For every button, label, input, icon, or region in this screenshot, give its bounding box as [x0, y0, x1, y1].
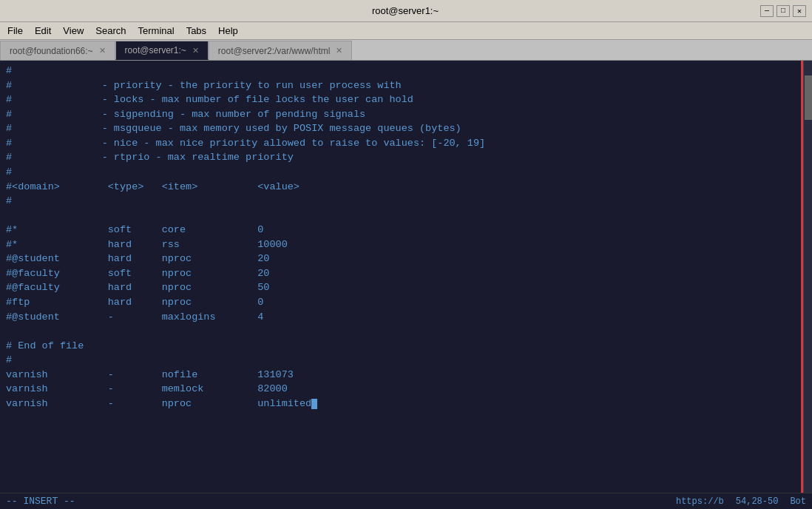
insert-mode-indicator: -- INSERT -- — [6, 496, 75, 507]
terminal-output: # # - priority - the priority to run use… — [0, 61, 803, 493]
menu-edit[interactable]: Edit — [30, 24, 55, 38]
maximize-button[interactable]: □ — [777, 5, 790, 17]
menu-file[interactable]: File — [3, 24, 27, 38]
minimize-button[interactable]: — — [760, 5, 774, 17]
window-controls: — □ ✕ — [760, 5, 806, 17]
tab-label-2: root@server1:~ — [125, 45, 186, 55]
tab-label-1: root@foundation66:~ — [10, 46, 93, 56]
status-url: https://b — [676, 496, 724, 507]
menu-tabs[interactable]: Tabs — [182, 24, 211, 38]
menu-bar: File Edit View Search Terminal Tabs Help — [0, 22, 812, 40]
menu-search[interactable]: Search — [91, 24, 130, 38]
tab-close-3[interactable]: ✕ — [336, 46, 342, 55]
menu-view[interactable]: View — [58, 24, 88, 38]
scrollbar[interactable] — [803, 61, 812, 493]
scrollbar-thumb[interactable] — [805, 75, 812, 120]
tab-bar: root@foundation66:~ ✕ root@server1:~ ✕ r… — [0, 40, 812, 61]
cursor-position: 54,28-50 — [736, 496, 779, 507]
status-right: https://b 54,28-50 Bot — [676, 496, 806, 507]
tab-label-3: root@server2:/var/www/html — [218, 46, 331, 56]
terminal-area[interactable]: # # - priority - the priority to run use… — [0, 61, 812, 493]
tab-close-1[interactable]: ✕ — [99, 46, 106, 55]
tab-foundation66[interactable]: root@foundation66:~ ✕ — [0, 41, 115, 60]
right-border-indicator — [801, 61, 803, 493]
scroll-position: Bot — [790, 496, 806, 507]
tab-close-2[interactable]: ✕ — [192, 46, 199, 55]
close-button[interactable]: ✕ — [793, 5, 806, 17]
tab-server1[interactable]: root@server1:~ ✕ — [115, 41, 209, 60]
window-title: root@server1:~ — [50, 5, 760, 16]
status-bar: -- INSERT -- https://b 54,28-50 Bot — [0, 493, 812, 509]
menu-terminal[interactable]: Terminal — [134, 24, 179, 38]
menu-help[interactable]: Help — [214, 24, 243, 38]
tab-server2[interactable]: root@server2:/var/www/html ✕ — [209, 41, 353, 60]
title-bar: root@server1:~ — □ ✕ — [0, 0, 812, 22]
